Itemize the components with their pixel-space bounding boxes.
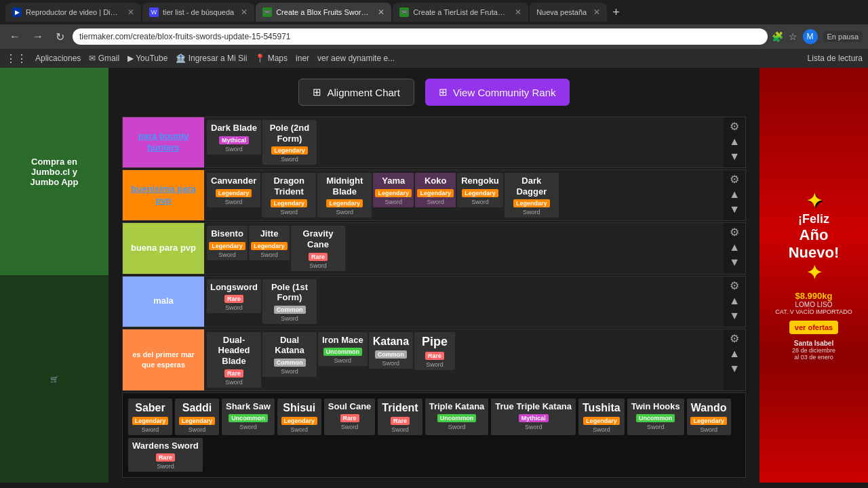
tier-label-mala: mala <box>123 277 204 327</box>
profile-icon[interactable]: M <box>803 29 818 44</box>
tier-label-link-legendary[interactable]: buenisima para pvp <box>128 184 199 207</box>
item-dual-headed-blade[interactable]: Dual-Headed Blade Rare Sword <box>207 332 261 388</box>
unranked-saddi[interactable]: Saddi Legendary Sword <box>175 399 219 435</box>
tier-items-mythical: Dark Blade Mythical Sword Pole (2nd Form… <box>204 117 724 167</box>
item-bisento[interactable]: Bisento Legendary Sword <box>207 226 248 260</box>
item-pipe[interactable]: Pipe Rare Sword <box>414 332 455 371</box>
tier-row-mythical: para bounty hunters Dark Blade Mythical … <box>122 117 746 168</box>
item-jitte[interactable]: Jitte Legendary Sword <box>249 226 290 260</box>
gear-button-mala[interactable]: ⚙ <box>725 278 744 293</box>
bookmark-iner[interactable]: iner <box>296 54 309 63</box>
reading-list-link[interactable]: Lista de lectura <box>808 54 863 63</box>
new-tab-button[interactable]: + <box>608 5 624 20</box>
tab-disney[interactable]: ▶ Reproductor de video | Disney+ ✕ <box>5 3 141 22</box>
extensions-icon[interactable]: 🧩 <box>772 31 783 42</box>
tab-new-tab[interactable]: Nueva pestaña ✕ <box>530 3 607 22</box>
forward-button[interactable]: → <box>28 29 47 44</box>
item-dark-blade[interactable]: Dark Blade Mythical Sword <box>207 120 261 155</box>
down-button-mythical[interactable]: ▼ <box>725 149 744 164</box>
down-button-legendary[interactable]: ▼ <box>725 202 744 217</box>
down-button-buena[interactable]: ▼ <box>725 255 744 270</box>
item-katana[interactable]: Katana Common Sword <box>369 332 413 369</box>
tier-controls-buena: ⚙ ▲ ▼ <box>724 223 745 273</box>
item-dark-dagger[interactable]: Dark Dagger Legendary Sword <box>505 173 559 218</box>
tab-blox-fruits-2[interactable]: 🎮 Create a TierList de Frutas (Blox... ✕ <box>393 3 528 22</box>
tier-items-buena: Bisento Legendary Sword Jitte Legendary … <box>204 223 724 273</box>
up-button-mala[interactable]: ▲ <box>725 293 744 308</box>
item-longsword[interactable]: Longsword Rare Sword <box>207 279 261 314</box>
unranked-shisui[interactable]: Shisui Legendary Sword <box>277 399 321 435</box>
item-rengoku[interactable]: Rengoku Legendary Sword <box>457 173 503 207</box>
grid-chart-icon: ⊞ <box>313 86 321 98</box>
up-button-legendary[interactable]: ▲ <box>725 187 744 202</box>
unranked-true-triple-katana[interactable]: True Triple Katana Mythical Sword <box>491 399 576 435</box>
bookmark-icon[interactable]: ☆ <box>789 31 797 42</box>
left-advertisement: Compra enJumbo.cl yJumbo App 🛒 <box>0 68 108 483</box>
tab-close-blox1[interactable]: ✕ <box>378 7 384 17</box>
unranked-wardens-sword[interactable]: Wardens Sword Rare Sword <box>128 438 203 472</box>
item-gravity-cane[interactable]: Gravity Cane Rare Sword <box>291 226 345 270</box>
up-button-mythical[interactable]: ▲ <box>725 134 744 149</box>
down-button-esdelprimer[interactable]: ▼ <box>725 361 744 376</box>
gear-button-buena[interactable]: ⚙ <box>725 224 744 240</box>
gear-button-esdelprimer[interactable]: ⚙ <box>725 331 744 346</box>
tab-close-tierlist[interactable]: ✕ <box>241 7 248 17</box>
view-community-rank-button[interactable]: ⊞ View Community Rank <box>425 79 569 106</box>
unranked-shark-saw[interactable]: Shark Saw Uncommon Sword <box>222 399 275 435</box>
gear-button-mythical[interactable]: ⚙ <box>725 119 744 134</box>
tab-tierlist[interactable]: W tier list - de búsqueda ✕ <box>142 3 254 22</box>
ad-offer-button[interactable]: ver ofertas <box>789 321 838 334</box>
bookmark-aew[interactable]: ver aew dynamite e... <box>317 54 395 63</box>
bookmark-sii[interactable]: 🏦 Ingresar a Mi Sii <box>176 54 247 63</box>
tab-close-blox2[interactable]: ✕ <box>515 7 521 17</box>
item-midnight-blade[interactable]: Midnight Blade Legendary Sword <box>317 173 372 218</box>
browser-chrome: ▶ Reproductor de video | Disney+ ✕ W tie… <box>0 0 868 68</box>
bookmark-gmail[interactable]: ✉ Gmail <box>89 54 119 63</box>
alignment-chart-label: Alignment Chart <box>327 87 400 98</box>
bookmark-apps[interactable]: Aplicaciones <box>35 54 81 63</box>
tier-controls-legendary: ⚙ ▲ ▼ <box>724 170 745 220</box>
down-button-mala[interactable]: ▼ <box>725 308 744 323</box>
tab-blox-fruits-1[interactable]: 🎮 Create a Blox Fruits Swords (up... ✕ <box>256 3 391 22</box>
up-button-esdelprimer[interactable]: ▲ <box>725 346 744 361</box>
unranked-soul-cane[interactable]: Soul Cane Rare Sword <box>324 399 376 435</box>
item-pole-1st[interactable]: Pole (1st Form) Common Sword <box>262 279 317 324</box>
tab-bar: ▶ Reproductor de video | Disney+ ✕ W tie… <box>0 0 868 24</box>
unranked-trident[interactable]: Trident Rare Sword <box>378 399 422 435</box>
tier-items-mala: Longsword Rare Sword Pole (1st Form) Com… <box>204 277 724 327</box>
view-community-rank-label: View Community Rank <box>453 87 555 98</box>
item-yama[interactable]: Yama Legendary Sword <box>373 173 414 207</box>
tier-label-link-mythical[interactable]: para bounty hunters <box>128 131 199 154</box>
item-dragon-trident[interactable]: Dragon Trident Legendary Sword <box>262 173 316 218</box>
tier-controls-mala: ⚙ ▲ ▼ <box>724 277 745 327</box>
alignment-chart-button[interactable]: ⊞ Alignment Chart <box>298 79 414 106</box>
bookmark-maps[interactable]: 📍 Maps <box>255 54 288 63</box>
item-koko[interactable]: Koko Legendary Sword <box>415 173 456 207</box>
gear-button-legendary[interactable]: ⚙ <box>725 171 744 187</box>
unranked-wando[interactable]: Wando Legendary Sword <box>687 399 731 435</box>
grid-icon[interactable]: ⋮⋮ <box>5 52 27 65</box>
bookmark-youtube[interactable]: ▶ YouTube <box>127 54 167 63</box>
unranked-tushita[interactable]: Tushita Legendary Sword <box>578 399 625 435</box>
tab-close-newtab[interactable]: ✕ <box>593 7 600 17</box>
back-button[interactable]: ← <box>5 29 24 44</box>
tier-label-legendary: buenisima para pvp <box>123 170 204 220</box>
unranked-triple-katana[interactable]: Triple Katana Uncommon Sword <box>425 399 489 435</box>
item-pole-2nd[interactable]: Pole (2nd Form) Legendary Sword <box>262 120 317 165</box>
refresh-button[interactable]: ↻ <box>52 29 68 45</box>
tier-row-esdelprimer: es del primer mar que esperas Dual-Heade… <box>122 329 746 391</box>
up-button-buena[interactable]: ▲ <box>725 240 744 255</box>
bookmarks-bar: ⋮⋮ Aplicaciones ✉ Gmail ▶ YouTube 🏦 Ingr… <box>0 49 868 68</box>
tier-row-legendary: buenisima para pvp Canvander Legendary S… <box>122 169 746 221</box>
item-canvander[interactable]: Canvander Legendary Sword <box>207 173 260 207</box>
item-dual-katana[interactable]: Dual Katana Common Sword <box>262 332 317 377</box>
address-bar[interactable]: tiermaker.com/create/blox-fruits-swords-… <box>73 28 768 45</box>
unranked-saber[interactable]: Saber Legendary Sword <box>128 399 172 435</box>
pause-label: En pausa <box>823 31 863 42</box>
tier-label-mythical: para bounty hunters <box>123 117 204 167</box>
tier-items-legendary: Canvander Legendary Sword Dragon Trident… <box>204 170 724 220</box>
nav-icons: 🧩 ☆ M En pausa <box>772 29 863 44</box>
unranked-twin-hooks[interactable]: Twin Hooks Uncommon Sword <box>627 399 684 435</box>
tab-close-disney[interactable]: ✕ <box>127 7 134 17</box>
item-iron-mace[interactable]: Iron Mace Uncommon Sword <box>318 332 368 367</box>
